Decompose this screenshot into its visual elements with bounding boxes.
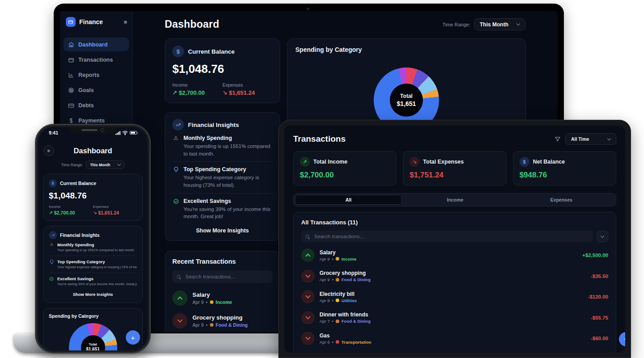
spending-title: Spending by Category — [49, 313, 137, 319]
credit-card-icon — [68, 102, 74, 109]
camera-icon — [101, 128, 104, 132]
lightbulb-icon — [172, 166, 179, 189]
transaction-direction-icon — [301, 248, 315, 262]
transaction-direction-icon — [301, 332, 315, 345]
time-filter-select[interactable]: All Time — [565, 133, 616, 145]
transaction-name: Grocery shopping — [320, 270, 371, 276]
insight-description: Your spending is up 1551% compared to la… — [183, 143, 273, 157]
net-balance-value: $948.76 — [520, 171, 610, 180]
menu-button[interactable]: ≡ — [43, 145, 54, 156]
transaction-date: Apr 9 — [320, 257, 330, 261]
dollar-icon — [68, 118, 74, 124]
transaction-name: Grocery shopping — [192, 314, 248, 321]
category-emoji-icon — [336, 340, 339, 344]
insight-title: Monthly Spending — [57, 242, 135, 247]
phone-app: 9:41 ≡ Dashboard Time Range: This Month — [38, 127, 148, 350]
chevron-down-icon — [607, 136, 611, 140]
category-emoji-icon — [210, 300, 213, 304]
balance-amount: $1,048.76 — [172, 62, 273, 76]
warning-icon: ⚠ — [49, 242, 54, 253]
transaction-category: Income — [341, 257, 356, 261]
arrow-down-right-icon: ↘ — [222, 89, 227, 96]
transaction-row[interactable]: Rent Apr 5• Housing & Rent -$1,200.00 — [301, 349, 608, 353]
time-range-select[interactable]: This Month — [474, 18, 525, 30]
expenses-value: ↘ $1,651.24 — [93, 210, 137, 215]
transaction-name: Salary — [320, 249, 356, 256]
add-transaction-fab[interactable]: + — [126, 330, 140, 345]
sidebar-collapse-icon[interactable]: ≡ — [124, 19, 127, 25]
income-value: ↗ $2,700.00 — [49, 210, 93, 215]
tab-expenses[interactable]: Expenses — [508, 195, 614, 205]
app-logo-wallet-icon — [66, 17, 76, 27]
tablet: Transactions All Time ↗Total Income $2,7… — [278, 120, 631, 358]
show-more-insights-button[interactable]: Show More Insights — [193, 227, 252, 234]
sidebar-item-debts[interactable]: Debts — [64, 98, 129, 112]
check-circle-icon — [49, 276, 54, 287]
insight-title: Monthly Spending — [183, 135, 273, 141]
transaction-date: Apr 8 — [320, 298, 330, 303]
transaction-amount: -$120.00 — [588, 294, 608, 299]
trending-up-icon — [49, 231, 57, 239]
sidebar-item-goals[interactable]: Goals — [64, 83, 129, 97]
tab-all[interactable]: All — [295, 195, 402, 205]
time-range-select[interactable]: This Month — [86, 160, 124, 169]
insight-title: Top Spending Category — [183, 166, 273, 173]
phone: 9:41 ≡ Dashboard Time Range: This Month — [35, 124, 151, 354]
show-more-insights-button[interactable]: Show More Insights — [70, 291, 116, 297]
insight-title: Excellent Savings — [57, 276, 137, 281]
net-balance-card: $Net Balance $948.76 — [513, 151, 616, 185]
app-name: Finance — [79, 18, 120, 25]
transaction-direction-icon — [301, 270, 315, 283]
insight-description: You're saving 39% of your income this mo… — [57, 282, 137, 287]
transaction-row[interactable]: Electricity bill Apr 8• Utilities -$120.… — [301, 286, 608, 307]
donut-center: Total $1,651 — [390, 84, 423, 117]
tab-income[interactable]: Income — [402, 195, 508, 205]
category-emoji-icon — [336, 257, 339, 261]
dollar-badge-icon: $ — [172, 46, 184, 57]
time-range-label: Time Range: — [442, 22, 470, 27]
financial-insights-card: Financial Insights ⚠ Monthly Spend — [165, 112, 280, 241]
search-input[interactable] — [313, 233, 589, 240]
insights-list: ⚠ Monthly Spending Your spending is up 1… — [49, 239, 137, 290]
sort-dropdown-button[interactable] — [597, 231, 608, 242]
transaction-row[interactable]: Dinner with friends Apr 7• Food & Dining… — [301, 307, 608, 329]
transaction-row[interactable]: Grocery shopping Apr 9• Food & Dining — [172, 313, 273, 329]
webcam-dot — [307, 8, 309, 10]
transaction-row[interactable]: Grocery shopping Apr 9• Food & Dining -$… — [301, 266, 608, 287]
category-emoji-icon — [210, 323, 213, 327]
sidebar-item-transactions[interactable]: Transactions — [64, 53, 129, 67]
transaction-row[interactable]: Salary Apr 9• Income +$2,500.00 — [301, 245, 608, 266]
sidebar-item-dashboard[interactable]: Dashboard — [64, 38, 129, 51]
transaction-category: Transportation — [341, 340, 371, 345]
filter-funnel-icon[interactable] — [554, 136, 561, 142]
transaction-amount: -$60.00 — [591, 336, 608, 341]
transaction-row[interactable]: Gas Apr 6• Transportation -$60.00 — [301, 328, 608, 349]
add-transaction-fab[interactable]: + — [619, 332, 625, 346]
phone-notch — [70, 127, 116, 133]
insight-description: Your spending is up 1551% compared to la… — [57, 248, 135, 253]
cell-signal-icon — [115, 131, 120, 135]
time-range-label: Time Range: — [61, 163, 83, 167]
search-icon — [306, 235, 310, 239]
transaction-amount: +$2,500.00 — [582, 253, 608, 258]
transaction-date: Apr 9 — [192, 322, 204, 328]
transaction-direction-icon — [172, 313, 188, 329]
search-input[interactable] — [184, 274, 268, 280]
recent-transactions-card: Recent Transactions Salary — [165, 251, 280, 333]
target-icon — [68, 87, 74, 93]
trending-up-icon — [172, 119, 184, 131]
chevron-down-icon — [601, 234, 604, 237]
transaction-category: Food & Dining — [216, 322, 248, 328]
insight-item: Top Spending Category Your highest expen… — [49, 256, 137, 273]
page-title: Dashboard — [38, 145, 148, 156]
tablet-app: Transactions All Time ↗Total Income $2,7… — [284, 126, 625, 352]
category-emoji-icon — [336, 278, 339, 282]
transaction-name: Dinner with friends — [320, 312, 371, 318]
income-value: ↗ $2,700.00 — [172, 89, 222, 96]
insights-list: ⚠ Monthly Spending Your spending is up 1… — [172, 131, 273, 224]
transaction-row[interactable]: Salary Apr 9• Income — [172, 291, 273, 306]
composite-scene: Finance ≡ Dashboard Transactions Reports — [0, 0, 644, 358]
transaction-amount: -$55.75 — [591, 315, 608, 320]
chevron-down-icon — [516, 22, 520, 25]
sidebar-item-reports[interactable]: Reports — [64, 68, 129, 82]
